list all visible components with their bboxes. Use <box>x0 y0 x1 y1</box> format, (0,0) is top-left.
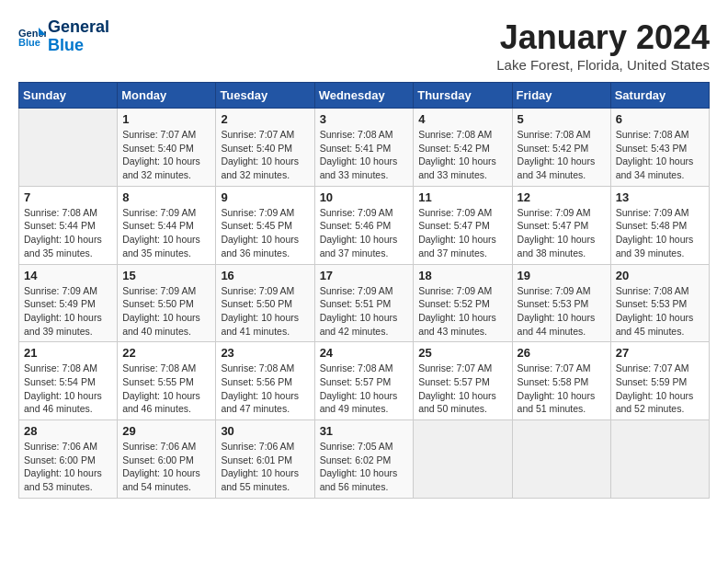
week-row-3: 14Sunrise: 7:09 AMSunset: 5:49 PMDayligh… <box>19 264 710 342</box>
day-cell: 4Sunrise: 7:08 AMSunset: 5:42 PMDaylight… <box>414 109 512 187</box>
day-info: Sunrise: 7:08 AMSunset: 5:42 PMDaylight:… <box>418 128 506 182</box>
week-row-5: 28Sunrise: 7:06 AMSunset: 6:00 PMDayligh… <box>19 420 710 499</box>
day-info: Sunrise: 7:09 AMSunset: 5:49 PMDaylight:… <box>24 284 112 339</box>
day-number: 12 <box>518 190 606 204</box>
day-cell: 20Sunrise: 7:08 AMSunset: 5:53 PMDayligh… <box>610 264 709 342</box>
svg-text:Blue: Blue <box>18 37 40 48</box>
day-cell <box>414 420 512 499</box>
day-info: Sunrise: 7:05 AMSunset: 6:02 PMDaylight:… <box>320 440 409 494</box>
day-number: 24 <box>320 346 409 360</box>
title-block: January 2024 Lake Forest, Florida, Unite… <box>496 18 710 73</box>
day-info: Sunrise: 7:09 AMSunset: 5:45 PMDaylight:… <box>221 206 309 260</box>
day-number: 15 <box>122 269 210 282</box>
day-cell: 11Sunrise: 7:09 AMSunset: 5:47 PMDayligh… <box>414 186 512 264</box>
day-cell: 19Sunrise: 7:09 AMSunset: 5:53 PMDayligh… <box>512 264 610 342</box>
day-number: 21 <box>24 346 112 360</box>
day-cell: 25Sunrise: 7:07 AMSunset: 5:57 PMDayligh… <box>414 342 512 420</box>
day-number: 7 <box>24 190 112 204</box>
logo-icon: General Blue <box>18 26 46 48</box>
day-cell: 27Sunrise: 7:07 AMSunset: 5:59 PMDayligh… <box>610 342 709 420</box>
day-number: 9 <box>221 190 309 204</box>
week-row-4: 21Sunrise: 7:08 AMSunset: 5:54 PMDayligh… <box>19 342 710 420</box>
header-cell-tuesday: Tuesday <box>216 83 314 109</box>
day-info: Sunrise: 7:08 AMSunset: 5:57 PMDaylight:… <box>320 362 409 416</box>
day-info: Sunrise: 7:08 AMSunset: 5:42 PMDaylight:… <box>518 128 606 182</box>
day-info: Sunrise: 7:07 AMSunset: 5:57 PMDaylight:… <box>418 362 506 416</box>
day-number: 10 <box>320 190 409 204</box>
day-info: Sunrise: 7:09 AMSunset: 5:50 PMDaylight:… <box>122 284 210 339</box>
day-cell: 30Sunrise: 7:06 AMSunset: 6:01 PMDayligh… <box>216 420 314 499</box>
day-cell: 16Sunrise: 7:09 AMSunset: 5:50 PMDayligh… <box>216 264 314 342</box>
day-cell: 23Sunrise: 7:08 AMSunset: 5:56 PMDayligh… <box>216 342 314 420</box>
day-number: 23 <box>221 346 309 360</box>
day-cell <box>512 420 610 499</box>
day-number: 28 <box>24 424 112 438</box>
calendar-title: January 2024 <box>496 18 710 57</box>
day-info: Sunrise: 7:09 AMSunset: 5:46 PMDaylight:… <box>320 206 409 260</box>
day-info: Sunrise: 7:06 AMSunset: 6:00 PMDaylight:… <box>24 440 112 494</box>
day-number: 16 <box>221 269 309 282</box>
header-cell-wednesday: Wednesday <box>314 83 414 109</box>
day-info: Sunrise: 7:06 AMSunset: 6:00 PMDaylight:… <box>122 440 210 494</box>
day-info: Sunrise: 7:09 AMSunset: 5:48 PMDaylight:… <box>616 206 704 260</box>
day-info: Sunrise: 7:07 AMSunset: 5:58 PMDaylight:… <box>518 362 606 416</box>
day-cell: 2Sunrise: 7:07 AMSunset: 5:40 PMDaylight… <box>216 109 314 187</box>
day-cell: 1Sunrise: 7:07 AMSunset: 5:40 PMDaylight… <box>118 109 216 187</box>
day-cell: 22Sunrise: 7:08 AMSunset: 5:55 PMDayligh… <box>118 342 216 420</box>
day-cell: 8Sunrise: 7:09 AMSunset: 5:44 PMDaylight… <box>118 186 216 264</box>
day-info: Sunrise: 7:08 AMSunset: 5:54 PMDaylight:… <box>24 362 112 416</box>
day-number: 13 <box>616 190 704 204</box>
day-number: 11 <box>418 190 506 204</box>
header-cell-thursday: Thursday <box>414 83 512 109</box>
day-info: Sunrise: 7:07 AMSunset: 5:40 PMDaylight:… <box>122 128 210 182</box>
day-cell: 7Sunrise: 7:08 AMSunset: 5:44 PMDaylight… <box>19 186 118 264</box>
page-header: General Blue General Blue January 2024 L… <box>18 18 710 73</box>
calendar-table: SundayMondayTuesdayWednesdayThursdayFrid… <box>18 82 710 499</box>
day-number: 27 <box>616 346 704 360</box>
day-cell: 10Sunrise: 7:09 AMSunset: 5:46 PMDayligh… <box>314 186 414 264</box>
day-number: 22 <box>122 346 210 360</box>
header-row: SundayMondayTuesdayWednesdayThursdayFrid… <box>19 83 710 109</box>
day-cell: 26Sunrise: 7:07 AMSunset: 5:58 PMDayligh… <box>512 342 610 420</box>
day-number: 31 <box>320 424 409 438</box>
day-number: 2 <box>221 112 309 126</box>
day-info: Sunrise: 7:08 AMSunset: 5:44 PMDaylight:… <box>24 206 112 260</box>
day-number: 6 <box>616 112 704 126</box>
day-info: Sunrise: 7:08 AMSunset: 5:43 PMDaylight:… <box>616 128 704 182</box>
day-info: Sunrise: 7:07 AMSunset: 5:40 PMDaylight:… <box>221 128 309 182</box>
day-cell: 12Sunrise: 7:09 AMSunset: 5:47 PMDayligh… <box>512 186 610 264</box>
day-cell: 9Sunrise: 7:09 AMSunset: 5:45 PMDaylight… <box>216 186 314 264</box>
logo-line2: Blue <box>48 36 84 54</box>
day-number: 14 <box>24 269 112 282</box>
day-info: Sunrise: 7:09 AMSunset: 5:50 PMDaylight:… <box>221 284 309 339</box>
header-cell-saturday: Saturday <box>610 83 709 109</box>
day-info: Sunrise: 7:08 AMSunset: 5:53 PMDaylight:… <box>616 284 704 339</box>
day-cell: 24Sunrise: 7:08 AMSunset: 5:57 PMDayligh… <box>314 342 414 420</box>
day-number: 25 <box>418 346 506 360</box>
day-cell: 6Sunrise: 7:08 AMSunset: 5:43 PMDaylight… <box>610 109 709 187</box>
day-cell: 17Sunrise: 7:09 AMSunset: 5:51 PMDayligh… <box>314 264 414 342</box>
day-number: 3 <box>320 112 409 126</box>
day-cell <box>610 420 709 499</box>
header-cell-sunday: Sunday <box>19 83 118 109</box>
day-number: 4 <box>418 112 506 126</box>
day-cell: 31Sunrise: 7:05 AMSunset: 6:02 PMDayligh… <box>314 420 414 499</box>
day-info: Sunrise: 7:09 AMSunset: 5:52 PMDaylight:… <box>418 284 506 339</box>
header-cell-friday: Friday <box>512 83 610 109</box>
day-info: Sunrise: 7:06 AMSunset: 6:01 PMDaylight:… <box>221 440 309 494</box>
day-cell: 14Sunrise: 7:09 AMSunset: 5:49 PMDayligh… <box>19 264 118 342</box>
day-number: 18 <box>418 269 506 282</box>
day-number: 8 <box>122 190 210 204</box>
day-number: 17 <box>320 269 409 282</box>
day-info: Sunrise: 7:09 AMSunset: 5:47 PMDaylight:… <box>418 206 506 260</box>
day-number: 5 <box>518 112 606 126</box>
day-info: Sunrise: 7:09 AMSunset: 5:44 PMDaylight:… <box>122 206 210 260</box>
day-info: Sunrise: 7:07 AMSunset: 5:59 PMDaylight:… <box>616 362 704 416</box>
logo: General Blue General Blue <box>18 18 109 55</box>
logo-text: General Blue <box>48 18 109 55</box>
header-cell-monday: Monday <box>118 83 216 109</box>
day-number: 20 <box>616 269 704 282</box>
week-row-2: 7Sunrise: 7:08 AMSunset: 5:44 PMDaylight… <box>19 186 710 264</box>
day-cell <box>19 109 118 187</box>
calendar-subtitle: Lake Forest, Florida, United States <box>496 57 710 73</box>
